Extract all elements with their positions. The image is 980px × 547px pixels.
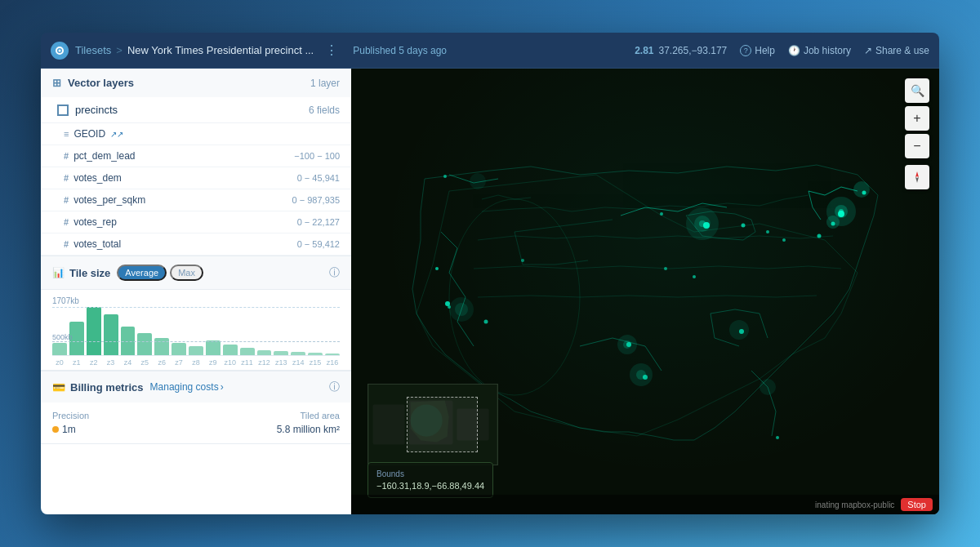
chart-zoom-label: z15 (308, 358, 323, 367)
chart-zoom-label: z8 (189, 358, 203, 367)
share-button[interactable]: ↗ Share & use (864, 45, 929, 56)
clock-icon: 🕐 (788, 45, 800, 56)
tile-info-icon[interactable]: ⓘ (329, 265, 340, 280)
field-votes-sqkm-range: 0 − 987,935 (292, 195, 340, 205)
map-coordinates: 2.81 37.265,−93.177 (635, 45, 727, 56)
attribution-text: inating mapbox-public (815, 500, 894, 509)
help-button[interactable]: ? Help (740, 45, 775, 56)
bounds-label: Bounds (376, 469, 484, 478)
field-row-votes-rep[interactable]: # votes_rep 0 − 22,127 (41, 211, 351, 233)
tiled-area-metric: Tiled area 5.8 million km² (277, 411, 340, 435)
billing-info-icon[interactable]: ⓘ (329, 380, 340, 394)
chart-zoom-label: z4 (121, 358, 136, 367)
chart-zoom-label: z3 (104, 358, 118, 367)
field-votes-dem-icon: # (64, 173, 69, 183)
search-button[interactable]: 🔍 (905, 78, 929, 103)
layer-count: 1 layer (310, 78, 340, 89)
billing-title: 💳 Billing metrics (52, 381, 144, 394)
main-content: ⊞ Vector layers 1 layer precincts 6 fiel… (41, 69, 939, 514)
layer-name: precincts (75, 104, 118, 116)
field-votes-dem-range: 0 − 45,941 (297, 173, 340, 183)
field-geoid-name: GEOID (74, 128, 105, 140)
field-votes-rep-left: # votes_rep (64, 216, 117, 228)
field-votes-sqkm-icon: # (64, 195, 69, 205)
header-right-actions: 2.81 37.265,−93.177 ? Help 🕐 Job history… (635, 45, 929, 56)
lat-lng: 37.265,−93.177 (658, 45, 727, 56)
chart-bar (104, 314, 118, 355)
bounds-value: −160.31,18.9,−66.88,49.44 (376, 481, 484, 491)
field-geoid-left: ≡ GEOID ↗↗ (64, 128, 123, 140)
tile-size-section: 📊 Tile size Average Max ⓘ 1707kb 500kb z… (41, 256, 351, 371)
chart-bar (137, 333, 152, 355)
billing-section: 💳 Billing metrics Managing costs › ⓘ Pre… (41, 371, 351, 444)
breadcrumb-separator: > (116, 44, 122, 56)
compass-button[interactable] (905, 165, 929, 189)
field-row-votes-sqkm[interactable]: # votes_per_sqkm 0 − 987,935 (41, 189, 351, 211)
bar-chart-icon: 📊 (52, 267, 65, 278)
job-history-button[interactable]: 🕐 Job history (788, 45, 851, 56)
more-options-button[interactable]: ⋮ (320, 41, 343, 60)
zoom-out-button[interactable]: − (905, 134, 929, 158)
tab-average[interactable]: Average (117, 265, 167, 281)
precision-label: Precision (52, 411, 89, 420)
tile-size-tabs: Average Max (117, 265, 203, 281)
chart-zoom-label: z14 (291, 358, 305, 367)
vector-layers-label: Vector layers (68, 77, 134, 89)
chart-bar (206, 340, 220, 355)
svg-rect-117 (373, 405, 405, 445)
bounds-tooltip: Bounds −160.31,18.9,−66.88,49.44 (368, 462, 493, 498)
help-label: Help (755, 45, 775, 56)
field-votes-total-name: votes_total (74, 238, 121, 250)
field-votes-total-icon: # (64, 239, 69, 249)
field-geoid-link: ↗↗ (110, 130, 123, 139)
breadcrumb: Tilesets > New York Times Presidential p… (75, 44, 314, 56)
precision-dot (52, 426, 59, 433)
map-controls: 🔍 + − (905, 78, 929, 189)
chart-max-label: 1707kb (52, 296, 340, 305)
svg-marker-114 (915, 171, 919, 177)
minimap-viewport (407, 397, 478, 453)
tab-max[interactable]: Max (170, 265, 203, 281)
chart-zoom-label: z5 (137, 358, 152, 367)
billing-icon: 💳 (52, 381, 65, 394)
chart-zoom-label: z16 (325, 358, 340, 367)
field-row-votes-total[interactable]: # votes_total 0 − 59,412 (41, 233, 351, 256)
chart-zoom-label: z12 (257, 358, 272, 367)
share-icon: ↗ (864, 45, 872, 56)
chart-bar (52, 343, 67, 355)
chart-zoom-labels: z0z1z2z3z4z5z6z7z8z9z10z11z12z13z14z15z1… (52, 356, 340, 367)
field-pct-dem-icon: # (64, 151, 69, 161)
managing-costs-link[interactable]: Managing costs › (150, 381, 224, 393)
field-row-votes-dem[interactable]: # votes_dem 0 − 45,941 (41, 167, 351, 189)
chart-bar (189, 346, 203, 355)
field-votes-dem-left: # votes_dem (64, 172, 122, 184)
tiled-area-value: 5.8 million km² (277, 424, 340, 435)
map-area[interactable]: 🔍 + − (351, 69, 939, 514)
billing-header: 💳 Billing metrics Managing costs › ⓘ (41, 371, 351, 402)
tile-size-header: 📊 Tile size Average Max ⓘ (41, 256, 351, 290)
field-pct-dem-range: −100 − 100 (294, 151, 340, 161)
billing-metrics-row: Precision 1m Tiled area 5.8 million km² (41, 402, 351, 443)
field-row-pct-dem[interactable]: # pct_dem_lead −100 − 100 (41, 145, 351, 167)
breadcrumb-tilesets[interactable]: Tilesets (75, 44, 111, 56)
tile-size-title: 📊 Tile size (52, 267, 110, 279)
chart-zoom-label: z10 (223, 358, 238, 367)
breadcrumb-dataset: New York Times Presidential precinct ... (127, 44, 314, 56)
field-votes-rep-name: votes_rep (74, 216, 117, 228)
layer-type-icon (57, 105, 69, 116)
chart-bars-container: 500kb (52, 307, 340, 356)
layers-icon: ⊞ (52, 77, 61, 89)
precision-value: 1m (52, 424, 89, 435)
app-header: Tilesets > New York Times Presidential p… (41, 33, 939, 69)
field-votes-total-range: 0 − 59,412 (297, 239, 340, 249)
chart-zoom-label: z1 (69, 358, 84, 367)
field-geoid-icon: ≡ (64, 129, 69, 139)
stop-button[interactable]: Stop (901, 498, 933, 511)
zoom-in-button[interactable]: + (905, 106, 929, 131)
tiled-area-label: Tiled area (277, 411, 340, 420)
vector-layers-section: ⊞ Vector layers 1 layer precincts 6 fiel… (41, 69, 351, 256)
layer-item[interactable]: precincts 6 fields (41, 97, 351, 123)
field-votes-rep-icon: # (64, 217, 69, 227)
chart-zoom-label: z7 (172, 358, 186, 367)
field-row-geoid[interactable]: ≡ GEOID ↗↗ (41, 123, 351, 145)
